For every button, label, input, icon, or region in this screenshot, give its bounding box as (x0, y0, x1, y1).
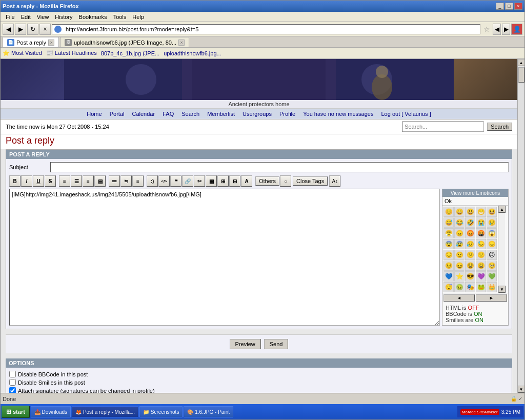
start-button[interactable]: ⊞ start (2, 406, 30, 418)
bb-unknown[interactable]: ○ (280, 175, 291, 187)
emot-36[interactable]: 😴 (443, 282, 454, 292)
address-bar[interactable]: http://ancient.3forum.biz/post.forum?mod… (52, 24, 480, 34)
bb-smiley[interactable]: :) (147, 175, 158, 187)
emoticons-ok[interactable]: Ok (442, 197, 508, 206)
tab-image[interactable]: 🖼 uploadthisnowfb6.jpg (JPEG Image, 80..… (60, 37, 189, 47)
bb-list[interactable]: ≔ (109, 175, 120, 187)
others-button[interactable]: Others (255, 176, 279, 186)
font-size-button[interactable]: A↕ (329, 175, 340, 187)
nav-memberlist[interactable]: Memberlist (207, 111, 235, 117)
emot-30[interactable]: 🥺 (487, 261, 497, 271)
emot-7[interactable]: 😂 (454, 217, 465, 228)
send-button[interactable]: Send (264, 339, 289, 349)
emot-19[interactable]: 😓 (476, 239, 486, 249)
taskbar-downloads[interactable]: 📥 Downloads (31, 406, 71, 417)
bb-italic[interactable]: I (21, 175, 32, 187)
emot-38[interactable]: 🎭 (465, 282, 475, 292)
bookmark-star[interactable]: ☆ (481, 24, 492, 34)
user-icon[interactable]: 👤 (511, 24, 522, 35)
emot-16[interactable]: 😨 (443, 239, 454, 249)
bb-bold[interactable]: B (9, 175, 21, 187)
tab-close-image[interactable]: × (178, 39, 185, 46)
scroll-up-button[interactable]: ▲ (518, 59, 525, 66)
emot-29[interactable]: 😩 (476, 261, 486, 271)
menu-view[interactable]: View (34, 13, 52, 21)
menu-edit[interactable]: Edit (18, 13, 34, 21)
emot-1[interactable]: 😊 (443, 207, 454, 217)
bb-delete[interactable]: ⊟ (229, 175, 240, 187)
bb-listitem[interactable]: ≡ (132, 175, 144, 187)
menu-help[interactable]: Help (129, 13, 147, 21)
bookmark-807p[interactable]: 807p_4c_1b.jpg (JPE... (101, 50, 159, 56)
bb-olist[interactable]: ≒ (120, 175, 132, 187)
menu-bookmarks[interactable]: Bookmarks (76, 13, 110, 21)
scroll-thumb[interactable] (518, 67, 524, 83)
emot-prev[interactable]: ◄ (443, 294, 475, 302)
subject-input[interactable] (50, 162, 509, 172)
maximize-button[interactable]: □ (505, 3, 513, 10)
taskbar-screenshots[interactable]: 📁 Screenshots (139, 406, 183, 417)
emot-10[interactable]: 😢 (487, 217, 497, 228)
emot-37[interactable]: 🤢 (454, 282, 465, 292)
emot-40[interactable]: 👑 (487, 282, 497, 292)
emot-4[interactable]: 😁 (476, 207, 486, 217)
emot-3[interactable]: 😃 (465, 207, 475, 217)
bb-align-right[interactable]: ≡ (83, 175, 94, 187)
emot-scroll-up[interactable]: ▲ (498, 206, 506, 213)
emot-8[interactable]: 🤣 (465, 217, 475, 228)
taskbar-post-reply[interactable]: 🦊 Post a reply - Mozilla... (72, 406, 138, 417)
option-attach-signature[interactable] (9, 387, 16, 393)
bookmark-upload[interactable]: uploadthisnowfb6.jpg... (164, 50, 221, 56)
emot-28[interactable]: 😫 (465, 261, 475, 271)
emot-24[interactable]: 🙁 (476, 250, 486, 260)
stop-button[interactable]: × (39, 24, 51, 35)
scroll-down-button[interactable]: ▼ (518, 386, 525, 393)
emot-18[interactable]: 😥 (465, 239, 475, 249)
menu-file[interactable]: File (3, 13, 18, 21)
emot-25[interactable]: ☹ (487, 250, 497, 260)
emot-11[interactable]: 😤 (443, 228, 454, 238)
bb-underline[interactable]: U (33, 175, 44, 187)
search-input[interactable] (402, 122, 484, 132)
close-tags-button[interactable]: Close Tags (293, 176, 328, 186)
minimize-button[interactable]: _ (496, 3, 504, 10)
tab-close-post-reply[interactable]: × (48, 39, 54, 46)
nav-profile[interactable]: Profile (279, 111, 295, 117)
close-button[interactable]: × (514, 3, 522, 10)
bb-align-left[interactable]: ≡ (59, 175, 70, 187)
emot-scroll-down[interactable]: ▼ (498, 286, 506, 293)
emot-6[interactable]: 😅 (443, 217, 454, 228)
bb-code[interactable]: </> (158, 175, 170, 187)
bookmark-most-visited[interactable]: ⭐ Most Visited (3, 50, 42, 56)
tab-post-reply[interactable]: 📄 Post a reply × (3, 37, 59, 47)
bb-font[interactable]: A (241, 175, 252, 187)
emot-2[interactable]: 😄 (454, 207, 465, 217)
emot-14[interactable]: 🤬 (476, 228, 486, 238)
emot-34[interactable]: 💜 (476, 271, 486, 282)
nav-extra2[interactable]: ▶ (502, 24, 510, 35)
option-disable-smilies[interactable] (9, 379, 16, 386)
nav-usergroups[interactable]: Usergroups (243, 111, 272, 117)
emot-5[interactable]: 😆 (487, 207, 497, 217)
emot-20[interactable]: 😞 (487, 239, 497, 249)
forward-button[interactable]: ▶ (15, 24, 26, 35)
emot-31[interactable]: 💙 (443, 271, 454, 282)
emot-33[interactable]: 😎 (465, 271, 475, 282)
refresh-button[interactable]: ↻ (27, 24, 38, 35)
preview-button[interactable]: Preview (230, 339, 261, 349)
emot-12[interactable]: 😠 (454, 228, 465, 238)
emot-23[interactable]: 😕 (465, 250, 475, 260)
menu-history[interactable]: History (52, 13, 75, 21)
emot-9[interactable]: 😭 (476, 217, 486, 228)
search-button[interactable]: Search (487, 123, 512, 131)
post-textarea[interactable]: [IMG]http://img241.imageshack.us/img241/… (9, 189, 440, 326)
bb-table[interactable]: ▦ (206, 175, 217, 187)
nav-logout[interactable]: Log out [ Velaurius ] (381, 111, 431, 117)
bookmark-latest-headlines[interactable]: 📰 Latest Headlines (46, 50, 97, 56)
nav-calendar[interactable]: Calendar (132, 111, 155, 117)
emot-15[interactable]: 😱 (487, 228, 497, 238)
emot-22[interactable]: 😟 (454, 250, 465, 260)
bb-quote[interactable]: ❝ (170, 175, 181, 187)
back-button[interactable]: ◀ (3, 24, 14, 35)
emot-27[interactable]: 😖 (454, 261, 465, 271)
